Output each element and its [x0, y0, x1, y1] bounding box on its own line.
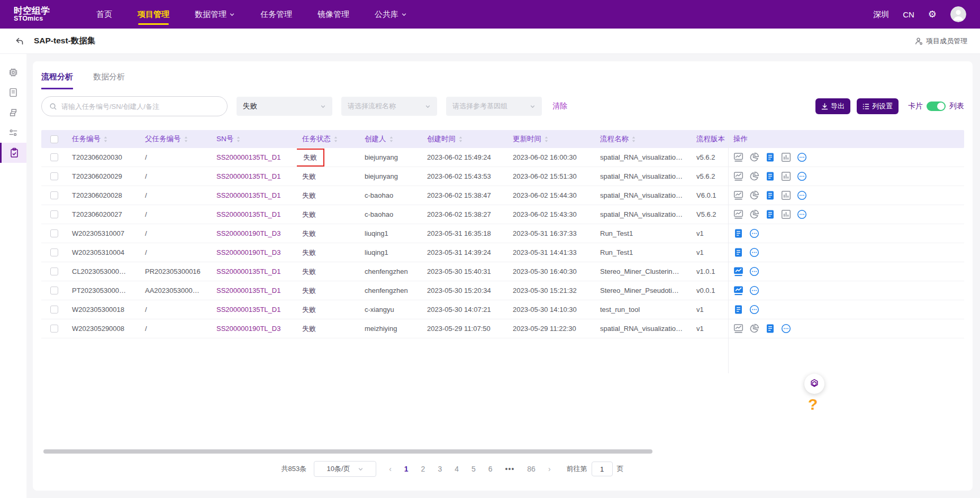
nav-item-home[interactable]: 首页 [84, 0, 125, 29]
status-select[interactable]: 失败 [237, 97, 332, 116]
trend-chart-icon[interactable] [733, 285, 743, 296]
page-number-5[interactable]: 5 [471, 465, 476, 473]
pipeline-name-select[interactable]: 请选择流程名称 [341, 97, 437, 116]
sn-link[interactable]: SS200000135TL_D1 [216, 191, 280, 199]
sidebar-item-analysis-tasks[interactable] [0, 143, 26, 163]
more-icon[interactable] [749, 228, 759, 238]
back-button[interactable] [13, 34, 26, 48]
report-icon[interactable] [733, 228, 743, 238]
column-header-parent_task_id[interactable]: 父任务编号 [140, 134, 211, 144]
page-number-1[interactable]: 1 [404, 465, 409, 473]
sn-link[interactable]: SS200000190TL_D3 [216, 229, 280, 237]
trend-chart-icon[interactable] [733, 209, 743, 219]
tab-pipeline-analysis[interactable]: 流程分析 [41, 72, 73, 89]
trend-chart-icon[interactable] [733, 266, 743, 276]
sidebar-item-notes[interactable] [0, 82, 26, 103]
more-icon[interactable] [797, 209, 807, 219]
goto-page-input[interactable] [592, 462, 613, 476]
page-size-select[interactable]: 10条/页 [314, 461, 376, 477]
pie-chart-icon[interactable] [749, 209, 759, 219]
row-checkbox[interactable] [50, 210, 58, 218]
sn-link[interactable]: SS200000135TL_D1 [216, 172, 280, 180]
more-icon[interactable] [749, 305, 759, 315]
page-number-2[interactable]: 2 [421, 465, 425, 473]
scrollbar-thumb[interactable] [43, 449, 652, 454]
sn-link[interactable]: SS200000190TL_D3 [216, 248, 280, 256]
row-checkbox[interactable] [50, 325, 58, 333]
row-checkbox[interactable] [50, 287, 58, 294]
row-checkbox[interactable] [50, 306, 58, 313]
avatar[interactable] [950, 6, 966, 22]
more-icon[interactable] [797, 152, 807, 162]
row-checkbox[interactable] [50, 191, 58, 199]
column-header-status[interactable]: 任务状态 [297, 134, 359, 144]
report-icon[interactable] [733, 305, 743, 315]
assistant-button[interactable] [804, 374, 824, 394]
sidebar-item-compute[interactable] [0, 62, 26, 82]
reference-genome-select[interactable]: 请选择参考基因组 [446, 97, 542, 116]
report-icon[interactable] [765, 209, 775, 219]
bar-chart-icon[interactable] [781, 152, 791, 162]
member-management-button[interactable]: 项目成员管理 [914, 36, 967, 46]
pie-chart-icon[interactable] [749, 171, 759, 181]
page-number-4[interactable]: 4 [455, 465, 459, 473]
report-icon[interactable] [765, 171, 775, 181]
trend-chart-icon[interactable] [733, 152, 743, 162]
nav-item-data[interactable]: 数据管理 [182, 0, 248, 29]
row-checkbox[interactable] [50, 248, 58, 256]
column-header-task_id[interactable]: 任务编号 [67, 134, 140, 144]
sn-link[interactable]: SS200000135TL_D1 [216, 153, 280, 161]
report-icon[interactable] [733, 247, 743, 257]
page-number-86[interactable]: 86 [527, 465, 536, 473]
row-checkbox[interactable] [50, 172, 58, 180]
language-switch[interactable]: CN [903, 10, 914, 19]
tab-data-analysis[interactable]: 数据分析 [93, 72, 125, 89]
pie-chart-icon[interactable] [749, 190, 759, 200]
nav-item-task[interactable]: 任务管理 [248, 0, 305, 29]
prev-page-button[interactable]: ‹ [389, 465, 392, 473]
row-checkbox[interactable] [50, 268, 58, 275]
bar-chart-icon[interactable] [781, 190, 791, 200]
column-settings-button[interactable]: 列设置 [857, 98, 899, 114]
trend-chart-icon[interactable] [733, 324, 743, 334]
sn-link[interactable]: SS200000190TL_D3 [216, 325, 280, 333]
page-number-6[interactable]: 6 [488, 465, 493, 473]
region-selector[interactable]: 深圳 [873, 10, 889, 20]
export-button[interactable]: 导出 [815, 98, 850, 114]
column-header-creator[interactable]: 创建人 [359, 134, 422, 144]
more-icon[interactable] [749, 285, 759, 296]
clear-filters-link[interactable]: 清除 [552, 102, 567, 111]
trend-chart-icon[interactable] [733, 171, 743, 181]
more-icon[interactable] [797, 190, 807, 200]
view-toggle-switch[interactable] [927, 102, 946, 111]
report-icon[interactable] [765, 152, 775, 162]
more-icon[interactable] [749, 247, 759, 257]
sn-link[interactable]: SS200000135TL_D1 [216, 306, 280, 313]
column-header-created_at[interactable]: 创建时间 [422, 134, 507, 144]
pie-chart-icon[interactable] [749, 324, 759, 334]
sn-link[interactable]: SS200000135TL_D1 [216, 287, 280, 294]
sidebar-item-pipeline[interactable] [0, 103, 26, 123]
nav-item-image[interactable]: 镜像管理 [305, 0, 362, 29]
bar-chart-icon[interactable] [781, 209, 791, 219]
page-number-3[interactable]: 3 [438, 465, 442, 473]
page-ellipsis[interactable]: ••• [505, 465, 515, 473]
search-input[interactable] [61, 103, 220, 110]
more-icon[interactable] [749, 266, 759, 276]
sn-link[interactable]: SS200000135TL_D1 [216, 268, 280, 275]
report-icon[interactable] [765, 190, 775, 200]
row-checkbox[interactable] [50, 229, 58, 237]
nav-item-public[interactable]: 公共库 [362, 0, 420, 29]
bar-chart-icon[interactable] [781, 171, 791, 181]
sn-link[interactable]: SS200000135TL_D1 [216, 210, 280, 218]
column-header-updated_at[interactable]: 更新时间 [507, 134, 595, 144]
help-button[interactable]: ? [808, 395, 818, 413]
pie-chart-icon[interactable] [749, 152, 759, 162]
row-checkbox[interactable] [50, 153, 58, 161]
more-icon[interactable] [797, 171, 807, 181]
more-icon[interactable] [781, 324, 791, 334]
settings-gear-icon[interactable]: ⚙ [928, 10, 937, 19]
column-header-pipeline_name[interactable]: 流程名称 [595, 134, 691, 144]
next-page-button[interactable]: › [548, 465, 551, 473]
report-icon[interactable] [765, 324, 775, 334]
